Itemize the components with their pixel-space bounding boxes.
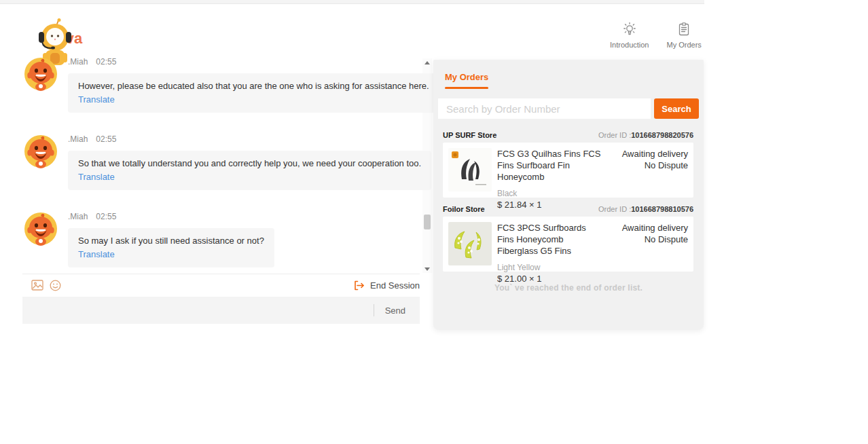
agent-avatar [24,134,58,168]
message-header: .Miah02:55 [68,212,116,221]
order-id-value: 101668798820576 [631,131,693,139]
quantity-value: × 1 [529,200,541,210]
lightbulb-icon [622,22,637,37]
order-card[interactable]: FCS G3 Quilhas Fins FCS Fins Surfboard F… [443,143,693,198]
tab-label: My Orders [445,72,488,82]
message-time: 02:55 [96,134,116,144]
order-search-row: Search [438,98,699,119]
end-session-label: End Session [370,280,420,291]
order-card[interactable]: FCS 3PCS Surfboards Fins Honeycomb Fiber… [443,217,693,272]
sender-name: .Miah [68,57,88,67]
dispute-line: No Dispute [622,234,688,245]
price-value: $ 21.00 [497,274,526,284]
message-composer: Send [22,297,420,324]
product-info: FCS G3 Quilhas Fins FCS Fins Surfboard F… [497,148,604,192]
scrollbar-thumb[interactable] [424,215,431,229]
message-text: So may I ask if you still need assistanc… [78,236,264,246]
sender-name: .Miah [68,134,88,144]
exit-arrow-icon [353,280,365,291]
product-info: FCS 3PCS Surfboards Fins Honeycomb Fiber… [497,222,604,266]
product-image-yellow-fins [448,222,492,265]
scroll-down-button[interactable] [422,265,432,273]
message-bubble: However, please be educated also that yo… [68,73,439,113]
nav-item-my-orders[interactable]: My Orders [666,22,701,49]
tab-underline [445,87,488,89]
translate-link[interactable]: Translate [78,94,115,105]
store-name: Foilor Store [443,205,485,213]
header: Eva Introduction [0,0,704,56]
translate-link[interactable]: Translate [78,249,115,259]
product-price: $ 21.00 × 1 [497,274,604,284]
order-id-value: 101668798810576 [631,205,693,213]
end-of-list-message: You` ve reached the end of order list. [433,283,704,293]
message-bubble: So that we totally understand you and co… [68,151,431,190]
message-text: However, please be educated also that yo… [78,81,429,91]
page: Eva Introduction [0,0,868,444]
nav-label: My Orders [666,41,701,49]
message-input[interactable] [22,297,374,324]
status-line: Awaiting delivery [622,148,688,160]
header-nav: Introduction My Orders [610,22,702,49]
order-id-label: Order ID : [598,205,631,213]
product-variant: Black [497,189,604,198]
order-group-header: UP SURF Store Order ID :101668798820576 [443,131,693,139]
message-text: So that we totally understand you and co… [78,158,421,168]
agent-avatar [24,57,58,91]
chevron-up-icon [424,61,430,64]
clipboard-icon [676,22,691,37]
product-image-black-fins [448,148,492,191]
order-id-label: Order ID : [598,131,631,139]
tab-my-orders[interactable]: My Orders [445,72,488,89]
brand: Eva [34,18,82,48]
message-bubble: So may I ask if you still need assistanc… [68,228,274,267]
scroll-up-button[interactable] [422,58,432,67]
image-icon[interactable] [31,280,43,291]
send-area: Send [374,297,420,324]
composer-tools [31,280,61,291]
message-time: 02:55 [96,57,116,67]
quantity-value: × 1 [529,274,541,284]
order-search-input[interactable] [438,98,651,119]
order-search-button[interactable]: Search [654,98,699,119]
chevron-down-icon [424,267,430,271]
price-value: $ 21.84 [497,200,526,210]
nav-item-introduction[interactable]: Introduction [610,22,649,49]
dispute-line: No Dispute [622,160,688,171]
status-line: Awaiting delivery [622,222,688,234]
product-variant: Light Yellow [497,263,604,272]
my-orders-panel: My Orders Search UP SURF Store Order ID … [433,60,704,330]
product-title: FCS G3 Quilhas Fins FCS Fins Surfboard F… [497,148,604,183]
translate-link[interactable]: Translate [78,172,115,182]
message-header: .Miah02:55 [68,134,116,144]
nav-label: Introduction [610,41,649,49]
end-session-button[interactable]: End Session [353,280,420,291]
order-id: Order ID :101668798810576 [598,205,693,213]
product-title: FCS 3PCS Surfboards Fins Honeycomb Fiber… [497,222,604,257]
sender-name: .Miah [68,212,88,221]
order-status: Awaiting delivery No Dispute [622,222,688,266]
message-header: .Miah02:55 [68,57,116,67]
agent-avatar [24,212,58,246]
product-price: $ 21.84 × 1 [497,200,604,210]
order-status: Awaiting delivery No Dispute [622,148,688,192]
message-time: 02:55 [96,212,116,221]
send-button[interactable]: Send [374,306,420,316]
order-id: Order ID :101668798820576 [598,131,693,139]
chat-toolbar: End Session [22,274,420,296]
store-name: UP SURF Store [443,131,496,139]
smiley-icon[interactable] [50,280,61,291]
